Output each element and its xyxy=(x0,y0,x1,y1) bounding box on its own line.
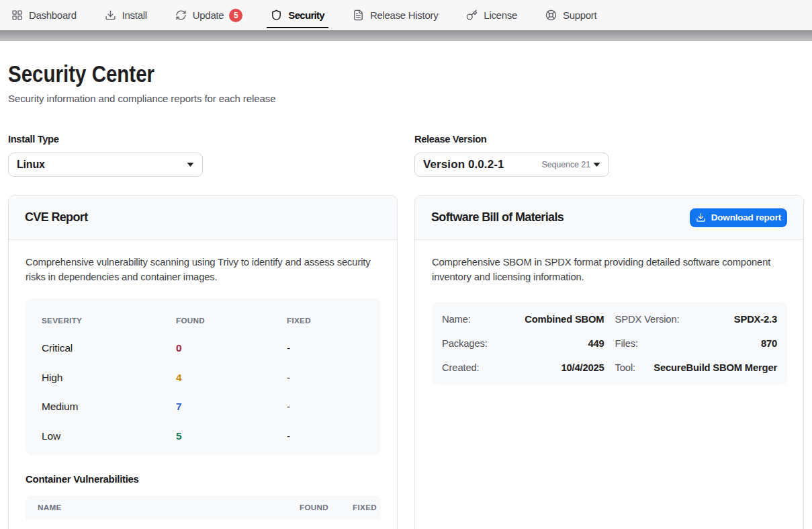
field-value: Combined SBOM xyxy=(525,314,604,325)
update-count-badge: 5 xyxy=(229,9,242,22)
download-icon xyxy=(696,212,706,222)
install-type-select[interactable]: Linux xyxy=(8,153,203,177)
field-value: SPDX-2.3 xyxy=(734,314,777,325)
release-version-filter: Release Version Version 0.0.2-1 Sequence… xyxy=(414,133,804,177)
cve-card-header: CVE Report xyxy=(9,196,397,240)
col-fixed: FIXED xyxy=(287,316,365,325)
sbom-files-field: Files: 870 xyxy=(615,331,778,356)
chevron-down-icon xyxy=(593,163,600,167)
dashboard-grid-icon xyxy=(11,9,23,21)
release-version-value: Version 0.0.2-1 xyxy=(423,158,504,171)
sbom-card-title: Software Bill of Materials xyxy=(431,210,563,225)
sbom-card-body: Comprehensive SBOM in SPDX format provid… xyxy=(415,240,803,385)
container-vulnerabilities-heading: Container Vulnerabilities xyxy=(26,473,381,485)
nav-label: License xyxy=(484,9,517,21)
nav-item-release-history[interactable]: Release History xyxy=(349,0,442,30)
life-buoy-icon xyxy=(545,9,557,21)
table-row-medium: Medium 7 - xyxy=(42,392,365,421)
sbom-created-field: Created: 10/4/2025 xyxy=(442,356,604,380)
severity-table-header: SEVERITY FOUND FIXED xyxy=(42,307,365,333)
release-sequence-label: Sequence 21 xyxy=(541,160,590,169)
page-title: Security Center xyxy=(8,62,154,85)
field-label: Tool: xyxy=(615,362,636,373)
nav-item-update[interactable]: Update 5 xyxy=(171,0,247,30)
field-value: 870 xyxy=(761,338,777,349)
sbom-name-field: Name: Combined SBOM xyxy=(442,307,604,331)
severity-label: Medium xyxy=(42,401,176,413)
info-row: Packages: 449 Files: 870 xyxy=(442,331,777,356)
nav-label: Release History xyxy=(370,9,438,21)
install-type-value: Linux xyxy=(17,159,45,171)
install-type-label: Install Type xyxy=(8,133,398,145)
severity-label: High xyxy=(42,372,176,384)
cve-card-body: Comprehensive vulnerability scanning usi… xyxy=(9,240,397,520)
table-row-high: High 4 - xyxy=(42,363,365,393)
download-report-button[interactable]: Download report xyxy=(690,208,787,227)
sbom-card: Software Bill of Materials Download repo… xyxy=(414,195,804,529)
fixed-count: - xyxy=(287,372,365,384)
found-count: 5 xyxy=(176,430,287,442)
download-icon xyxy=(105,9,116,21)
cve-description: Comprehensive vulnerability scanning usi… xyxy=(26,255,381,284)
container-table-header: NAME FOUND FIXED xyxy=(26,495,381,520)
cve-report-card: CVE Report Comprehensive vulnerability s… xyxy=(8,195,398,529)
cards-row: CVE Report Comprehensive vulnerability s… xyxy=(8,195,804,529)
col-severity: SEVERITY xyxy=(42,316,176,325)
field-label: Name: xyxy=(442,314,471,325)
shield-icon xyxy=(271,9,282,21)
col-found: FOUND xyxy=(176,316,287,325)
field-label: Created: xyxy=(442,362,480,373)
file-text-icon xyxy=(353,9,364,21)
info-row: Name: Combined SBOM SPDX Version: SPDX-2… xyxy=(442,307,777,331)
fixed-count: - xyxy=(287,342,365,354)
found-count: 0 xyxy=(176,342,287,354)
install-type-filter: Install Type Linux xyxy=(8,133,398,177)
release-version-select[interactable]: Version 0.0.2-1 Sequence 21 xyxy=(414,153,609,177)
header-shadow-band xyxy=(0,30,812,41)
nav-item-security[interactable]: Security xyxy=(267,0,328,30)
sbom-card-header: Software Bill of Materials Download repo… xyxy=(415,196,803,240)
field-value: 10/4/2025 xyxy=(561,362,604,373)
severity-label: Critical xyxy=(42,342,176,354)
severity-table: SEVERITY FOUND FIXED Critical 0 - High 4… xyxy=(26,298,381,455)
nav-item-support[interactable]: Support xyxy=(541,0,600,30)
found-count: 4 xyxy=(176,372,287,384)
nav-label: Update xyxy=(193,9,224,21)
nav-item-license[interactable]: License xyxy=(462,0,521,30)
nav-label: Support xyxy=(563,9,596,21)
fixed-count: - xyxy=(287,401,365,413)
nav-item-install[interactable]: Install xyxy=(101,0,151,30)
refresh-icon xyxy=(175,9,187,21)
col-name: NAME xyxy=(38,503,276,512)
release-version-label: Release Version xyxy=(414,133,804,145)
field-value: SecureBuild SBOM Merger xyxy=(653,362,777,373)
field-label: Packages: xyxy=(442,338,488,349)
nav-label: Dashboard xyxy=(29,9,77,21)
filters-row: Install Type Linux Release Version Versi… xyxy=(8,133,804,177)
table-row-critical: Critical 0 - xyxy=(42,333,365,363)
cve-card-title: CVE Report xyxy=(25,210,88,225)
info-row: Created: 10/4/2025 Tool: SecureBuild SBO… xyxy=(442,356,777,380)
nav-label: Security xyxy=(288,9,324,21)
col-found: FOUND xyxy=(299,503,328,512)
table-row-low: Low 5 - xyxy=(42,421,365,451)
sbom-spdx-version-field: SPDX Version: SPDX-2.3 xyxy=(615,307,778,331)
page-subtitle: Security information and compliance repo… xyxy=(8,92,804,106)
sbom-tool-field: Tool: SecureBuild SBOM Merger xyxy=(615,356,778,380)
field-label: SPDX Version: xyxy=(615,314,680,325)
download-button-label: Download report xyxy=(711,212,781,222)
sbom-packages-field: Packages: 449 xyxy=(442,331,604,356)
col-fixed: FIXED xyxy=(351,503,377,512)
sbom-info-box: Name: Combined SBOM SPDX Version: SPDX-2… xyxy=(432,302,787,385)
fixed-count: - xyxy=(287,430,365,442)
severity-label: Low xyxy=(42,430,176,442)
top-nav: Dashboard Install Update 5 Security Rele… xyxy=(0,0,812,30)
field-label: Files: xyxy=(615,338,638,349)
page-content: Security Center Security information and… xyxy=(0,62,812,529)
nav-item-dashboard[interactable]: Dashboard xyxy=(7,0,81,30)
field-value: 449 xyxy=(588,338,604,349)
key-icon xyxy=(466,9,478,21)
nav-label: Install xyxy=(122,9,147,21)
sbom-description: Comprehensive SBOM in SPDX format provid… xyxy=(432,255,787,284)
found-count: 7 xyxy=(176,401,287,413)
